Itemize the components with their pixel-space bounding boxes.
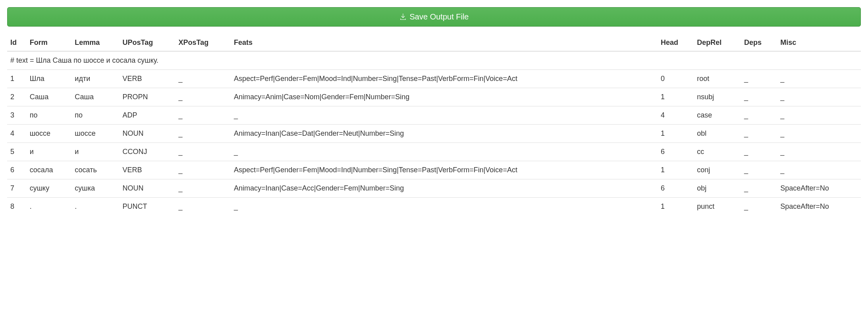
- cell-id: 2: [7, 88, 27, 106]
- cell-feats: _: [231, 143, 658, 161]
- cell-lemma: Саша: [71, 88, 119, 106]
- cell-id: 1: [7, 70, 27, 88]
- cell-upostag: PROPN: [120, 88, 176, 106]
- table-row: 7сушкусушкаNOUN_Animacy=Inan|Case=Acc|Ge…: [7, 179, 861, 198]
- cell-deprel: conj: [694, 161, 741, 179]
- cell-upostag: PUNCT: [120, 198, 176, 216]
- cell-misc: _: [777, 88, 861, 106]
- cell-id: 5: [7, 143, 27, 161]
- cell-head: 1: [658, 88, 694, 106]
- table-row: 2СашаСашаPROPN_Animacy=Anim|Case=Nom|Gen…: [7, 88, 861, 106]
- sentence-text-row: # text = Шла Саша по шоссе и сосала сушк…: [7, 51, 861, 70]
- cell-feats: Animacy=Inan|Case=Dat|Gender=Neut|Number…: [231, 125, 658, 143]
- cell-feats: Aspect=Perf|Gender=Fem|Mood=Ind|Number=S…: [231, 70, 658, 88]
- header-id: Id: [7, 35, 27, 51]
- cell-lemma: и: [71, 143, 119, 161]
- cell-xpostag: _: [176, 125, 231, 143]
- cell-misc: _: [777, 125, 861, 143]
- header-form: Form: [27, 35, 72, 51]
- cell-deprel: root: [694, 70, 741, 88]
- cell-id: 8: [7, 198, 27, 216]
- cell-form: сосала: [27, 161, 72, 179]
- cell-id: 6: [7, 161, 27, 179]
- cell-xpostag: _: [176, 143, 231, 161]
- header-upostag: UPosTag: [120, 35, 176, 51]
- cell-upostag: VERB: [120, 70, 176, 88]
- cell-id: 3: [7, 106, 27, 125]
- cell-deps: _: [741, 198, 777, 216]
- table-row: 5ииCCONJ__6cc__: [7, 143, 861, 161]
- cell-xpostag: _: [176, 106, 231, 125]
- table-row: 6сосаласосатьVERB_Aspect=Perf|Gender=Fem…: [7, 161, 861, 179]
- cell-deprel: cc: [694, 143, 741, 161]
- download-icon: [399, 13, 407, 21]
- sentence-text: # text = Шла Саша по шоссе и сосала сушк…: [7, 51, 861, 70]
- table-row: 4шоссешоссеNOUN_Animacy=Inan|Case=Dat|Ge…: [7, 125, 861, 143]
- cell-misc: _: [777, 106, 861, 125]
- cell-form: и: [27, 143, 72, 161]
- cell-feats: _: [231, 198, 658, 216]
- header-lemma: Lemma: [71, 35, 119, 51]
- cell-lemma: сосать: [71, 161, 119, 179]
- cell-deprel: case: [694, 106, 741, 125]
- cell-feats: Animacy=Anim|Case=Nom|Gender=Fem|Number=…: [231, 88, 658, 106]
- header-xpostag: XPosTag: [176, 35, 231, 51]
- cell-upostag: NOUN: [120, 179, 176, 198]
- cell-misc: SpaceAfter=No: [777, 179, 861, 198]
- cell-misc: SpaceAfter=No: [777, 198, 861, 216]
- save-output-button[interactable]: Save Output File: [7, 7, 861, 27]
- cell-deps: _: [741, 179, 777, 198]
- header-deprel: DepRel: [694, 35, 741, 51]
- cell-head: 6: [658, 179, 694, 198]
- cell-upostag: NOUN: [120, 125, 176, 143]
- cell-feats: Animacy=Inan|Case=Acc|Gender=Fem|Number=…: [231, 179, 658, 198]
- cell-form: по: [27, 106, 72, 125]
- cell-deps: _: [741, 70, 777, 88]
- table-row: 1ШлаидтиVERB_Aspect=Perf|Gender=Fem|Mood…: [7, 70, 861, 88]
- table-row: 8..PUNCT__1punct_SpaceAfter=No: [7, 198, 861, 216]
- cell-lemma: идти: [71, 70, 119, 88]
- cell-feats: _: [231, 106, 658, 125]
- cell-xpostag: _: [176, 179, 231, 198]
- cell-id: 4: [7, 125, 27, 143]
- cell-deps: _: [741, 106, 777, 125]
- table-header-row: Id Form Lemma UPosTag XPosTag Feats Head…: [7, 35, 861, 51]
- cell-deprel: obj: [694, 179, 741, 198]
- conllu-table: Id Form Lemma UPosTag XPosTag Feats Head…: [7, 35, 861, 216]
- cell-form: Шла: [27, 70, 72, 88]
- cell-xpostag: _: [176, 88, 231, 106]
- cell-lemma: по: [71, 106, 119, 125]
- cell-deps: _: [741, 125, 777, 143]
- cell-xpostag: _: [176, 161, 231, 179]
- cell-xpostag: _: [176, 70, 231, 88]
- cell-form: .: [27, 198, 72, 216]
- cell-upostag: VERB: [120, 161, 176, 179]
- cell-form: шоссе: [27, 125, 72, 143]
- header-head: Head: [658, 35, 694, 51]
- header-feats: Feats: [231, 35, 658, 51]
- cell-xpostag: _: [176, 198, 231, 216]
- cell-id: 7: [7, 179, 27, 198]
- cell-deps: _: [741, 88, 777, 106]
- cell-form: сушку: [27, 179, 72, 198]
- cell-lemma: .: [71, 198, 119, 216]
- header-deps: Deps: [741, 35, 777, 51]
- cell-lemma: шоссе: [71, 125, 119, 143]
- cell-form: Саша: [27, 88, 72, 106]
- cell-upostag: CCONJ: [120, 143, 176, 161]
- cell-deps: _: [741, 143, 777, 161]
- cell-feats: Aspect=Perf|Gender=Fem|Mood=Ind|Number=S…: [231, 161, 658, 179]
- cell-deps: _: [741, 161, 777, 179]
- header-misc: Misc: [777, 35, 861, 51]
- cell-lemma: сушка: [71, 179, 119, 198]
- save-output-label: Save Output File: [410, 12, 469, 21]
- table-row: 3попоADP__4case__: [7, 106, 861, 125]
- cell-misc: _: [777, 70, 861, 88]
- cell-upostag: ADP: [120, 106, 176, 125]
- cell-misc: _: [777, 161, 861, 179]
- cell-head: 1: [658, 198, 694, 216]
- cell-head: 1: [658, 161, 694, 179]
- cell-misc: _: [777, 143, 861, 161]
- cell-head: 4: [658, 106, 694, 125]
- cell-head: 1: [658, 125, 694, 143]
